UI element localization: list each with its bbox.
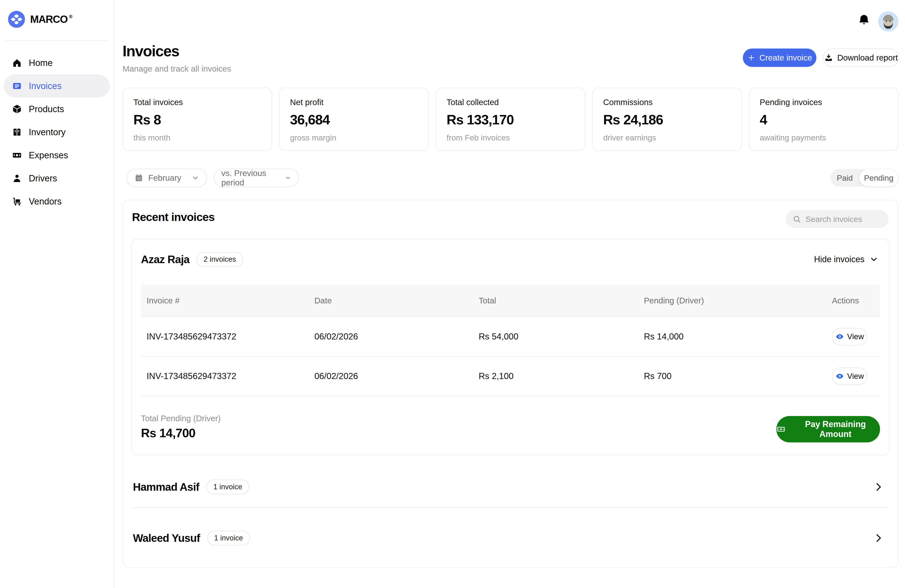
bell-icon <box>857 14 871 27</box>
avatar[interactable] <box>878 11 899 32</box>
group-name: Waleed Yusuf <box>133 532 200 544</box>
chevron-down-icon <box>191 174 200 182</box>
search-icon <box>792 215 801 223</box>
download-report-label: Download report <box>837 53 898 62</box>
notifications-button[interactable] <box>857 14 871 27</box>
invoice-count-badge: 2 invoices <box>197 252 243 267</box>
stat-value: 36,684 <box>290 112 418 127</box>
banknote-icon <box>12 150 22 160</box>
download-report-button[interactable]: Download report <box>823 49 899 67</box>
chevron-right-icon <box>873 482 884 492</box>
stat-value: 4 <box>760 112 888 127</box>
invoices-icon <box>12 81 22 91</box>
table-row: INV-173485629473372 06/02/2026 Rs 54,000… <box>141 317 880 357</box>
toggle-pending[interactable]: Pending <box>859 169 899 187</box>
total-pending-label: Total Pending (Driver) <box>141 414 221 423</box>
create-invoice-button[interactable]: Create invoice <box>743 49 816 67</box>
sidebar-divider <box>5 41 110 41</box>
cart-icon <box>12 196 22 207</box>
pay-remaining-label: Pay Remaining Amount <box>791 419 880 439</box>
invoice-group-hammad-asif[interactable]: Hammad Asif 1 invoice <box>132 469 889 505</box>
sidebar-item-products[interactable]: Products <box>4 98 110 120</box>
sidebar-item-inventory[interactable]: Inventory <box>4 120 110 144</box>
stat-card-net-profit: Net profit 36,684 gross margin <box>279 88 429 151</box>
paid-pending-toggle: Paid Pending <box>830 169 899 187</box>
sidebar-item-vendors[interactable]: Vendors <box>4 190 110 213</box>
stat-card-total-collected: Total collected Rs 133,170 from Feb invo… <box>436 88 585 151</box>
sidebar-item-label: Products <box>29 104 64 114</box>
brand-logo: MARCO® <box>8 11 72 28</box>
col-invoice-number: Invoice # <box>141 296 309 305</box>
logo-icon <box>8 11 25 28</box>
month-filter-value: February <box>148 173 181 182</box>
stat-label: Total invoices <box>133 98 261 107</box>
invoices-page: MARCO® Home Invoices Products Inventory <box>0 0 905 588</box>
stat-label: Total collected <box>447 98 574 107</box>
group-header: Azaz Raja 2 invoices Hide invoices <box>141 239 879 279</box>
stats-row: Total invoices Rs 8 this month Net profi… <box>122 88 899 151</box>
group-footer: Total Pending (Driver) Rs 14,700 Pay Rem… <box>141 396 880 456</box>
invoice-pending: Rs 700 <box>638 371 826 381</box>
sidebar-item-home[interactable]: Home <box>4 51 110 74</box>
avatar-image <box>878 11 899 32</box>
stat-value: Rs 8 <box>133 112 261 127</box>
col-pending-driver: Pending (Driver) <box>638 296 826 305</box>
view-invoice-button[interactable]: View <box>832 328 867 346</box>
stat-value: Rs 24,186 <box>603 112 731 127</box>
brand-name: MARCO® <box>30 13 72 25</box>
chevron-right-icon <box>873 533 884 544</box>
calendar-icon <box>134 173 143 182</box>
total-pending-value: Rs 14,700 <box>141 426 195 440</box>
sidebar-item-label: Expenses <box>29 150 68 160</box>
recent-invoices-title: Recent invoices <box>132 211 214 223</box>
sidebar-item-invoices[interactable]: Invoices <box>4 74 110 98</box>
chevron-down-icon <box>284 174 292 182</box>
sidebar-item-expenses[interactable]: Expenses <box>4 144 110 167</box>
home-icon <box>12 58 22 68</box>
group-divider <box>132 507 889 508</box>
person-icon <box>12 173 22 184</box>
stat-label: Net profit <box>290 98 418 107</box>
search-box <box>786 210 889 228</box>
stat-label: Commissions <box>603 98 731 107</box>
sidebar-nav: Home Invoices Products Inventory Expense… <box>4 51 110 213</box>
month-filter-dropdown[interactable]: February <box>127 169 207 187</box>
invoice-total: Rs 2,100 <box>473 371 638 381</box>
eye-icon <box>835 333 844 341</box>
view-invoice-button[interactable]: View <box>832 368 867 385</box>
sidebar-item-label: Invoices <box>29 81 62 91</box>
page-title: Invoices <box>122 43 179 60</box>
view-label: View <box>847 332 864 341</box>
page-subtitle: Manage and track all invoices <box>122 64 231 73</box>
compare-period-value: vs. Previous period <box>221 168 280 187</box>
col-actions: Actions <box>826 296 880 305</box>
cabinet-icon <box>12 127 22 137</box>
banknote-icon <box>776 424 786 434</box>
invoice-count-badge: 1 invoice <box>207 531 250 545</box>
table-row: INV-173485629473372 06/02/2026 Rs 2,100 … <box>141 357 880 396</box>
stat-note: awaiting payments <box>760 133 826 142</box>
invoice-group-waleed-yusuf[interactable]: Waleed Yusuf 1 invoice <box>132 520 889 556</box>
stat-card-commissions: Commissions Rs 24,186 driver earnings <box>592 88 741 151</box>
col-total: Total <box>473 296 638 305</box>
chevron-down-icon <box>869 255 879 264</box>
table-header-row: Invoice # Date Total Pending (Driver) Ac… <box>141 285 880 317</box>
compare-period-dropdown[interactable]: vs. Previous period <box>214 169 299 187</box>
stat-note: from Feb invoices <box>447 133 510 142</box>
invoices-table: Invoice # Date Total Pending (Driver) Ac… <box>141 285 880 396</box>
stat-label: Pending invoices <box>760 98 888 107</box>
sidebar-item-drivers[interactable]: Drivers <box>4 167 110 190</box>
search-input[interactable] <box>805 215 882 224</box>
sidebar-item-label: Inventory <box>29 127 65 137</box>
sidebar-item-label: Home <box>29 58 52 68</box>
invoice-group-azaz-raja: Azaz Raja 2 invoices Hide invoices Invoi… <box>132 239 889 455</box>
pay-remaining-button[interactable]: Pay Remaining Amount <box>776 416 880 442</box>
hide-invoices-button[interactable]: Hide invoices <box>814 254 879 264</box>
recent-invoices-card: Recent invoices Azaz Raja 2 invoices Hid… <box>122 200 899 568</box>
sidebar-item-label: Vendors <box>29 197 62 207</box>
group-name: Hammad Asif <box>133 480 199 493</box>
plus-icon <box>747 54 756 62</box>
invoice-total: Rs 54,000 <box>473 332 638 342</box>
stat-value: Rs 133,170 <box>447 112 574 127</box>
toggle-paid[interactable]: Paid <box>830 169 859 187</box>
